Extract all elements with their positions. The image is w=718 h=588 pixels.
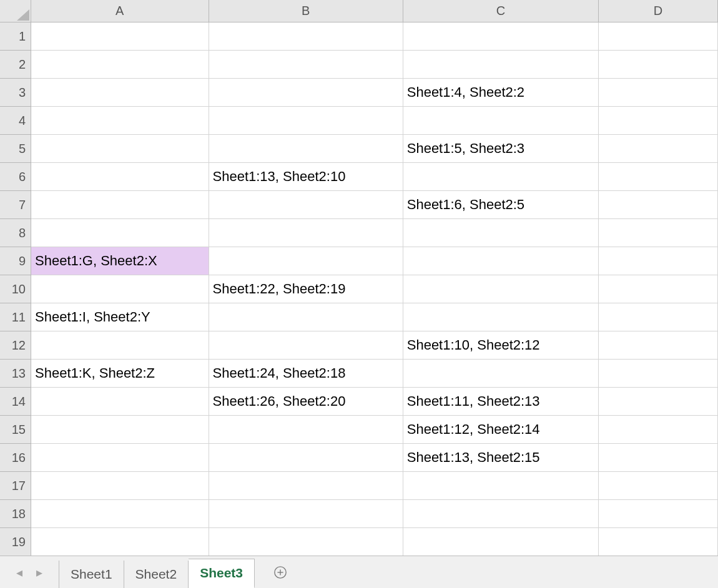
row-header-19[interactable]: 19 [0, 528, 31, 556]
cell-D9[interactable] [599, 247, 718, 275]
cell-D16[interactable] [599, 444, 718, 472]
cell-A16[interactable] [31, 444, 209, 472]
cell-B6[interactable]: Sheet1:13, Sheet2:10 [209, 163, 403, 191]
cell-A13[interactable]: Sheet1:K, Sheet2:Z [31, 360, 209, 388]
sheet-tab-sheet1[interactable]: Sheet1 [59, 561, 124, 588]
cell-C17[interactable] [403, 472, 599, 500]
select-all-corner[interactable] [0, 0, 31, 22]
sheet-tab-sheet2[interactable]: Sheet2 [124, 561, 189, 588]
cell-B2[interactable] [209, 51, 403, 79]
cell-A17[interactable] [31, 472, 209, 500]
cell-C18[interactable] [403, 500, 599, 528]
row-header-18[interactable]: 18 [0, 500, 31, 528]
cell-D19[interactable] [599, 528, 718, 556]
cell-D12[interactable] [599, 331, 718, 360]
row-header-4[interactable]: 4 [0, 107, 31, 135]
cell-C2[interactable] [403, 51, 599, 79]
cell-D4[interactable] [599, 107, 718, 135]
cell-C7[interactable]: Sheet1:6, Sheet2:5 [403, 191, 599, 219]
cell-A3[interactable] [31, 79, 209, 107]
cell-A2[interactable] [31, 51, 209, 79]
cell-A8[interactable] [31, 219, 209, 247]
cell-D2[interactable] [599, 51, 718, 79]
row-header-3[interactable]: 3 [0, 79, 31, 107]
cell-B13[interactable]: Sheet1:24, Sheet2:18 [209, 360, 403, 388]
cell-D10[interactable] [599, 275, 718, 303]
next-sheet-arrow-icon[interactable]: ▸ [36, 565, 42, 580]
cell-C16[interactable]: Sheet1:13, Sheet2:15 [403, 444, 599, 472]
row-header-1[interactable]: 1 [0, 22, 31, 51]
row-header-8[interactable]: 8 [0, 219, 31, 247]
cell-A12[interactable] [31, 331, 209, 360]
cell-B14[interactable]: Sheet1:26, Sheet2:20 [209, 388, 403, 416]
cell-B8[interactable] [209, 219, 403, 247]
cell-C6[interactable] [403, 163, 599, 191]
column-header-D[interactable]: D [599, 0, 718, 22]
cell-C1[interactable] [403, 22, 599, 51]
cell-D18[interactable] [599, 500, 718, 528]
cell-B17[interactable] [209, 472, 403, 500]
row-header-17[interactable]: 17 [0, 472, 31, 500]
add-sheet-button[interactable] [255, 556, 306, 588]
cell-B19[interactable] [209, 528, 403, 556]
cell-B7[interactable] [209, 191, 403, 219]
row-header-10[interactable]: 10 [0, 275, 31, 303]
cell-A10[interactable] [31, 275, 209, 303]
cell-C19[interactable] [403, 528, 599, 556]
row-header-13[interactable]: 13 [0, 360, 31, 388]
cell-D7[interactable] [599, 191, 718, 219]
row-header-14[interactable]: 14 [0, 388, 31, 416]
cell-A5[interactable] [31, 135, 209, 163]
row-header-9[interactable]: 9 [0, 247, 31, 275]
cell-D14[interactable] [599, 388, 718, 416]
row-header-2[interactable]: 2 [0, 51, 31, 79]
cell-B5[interactable] [209, 135, 403, 163]
row-header-15[interactable]: 15 [0, 416, 31, 444]
cell-B4[interactable] [209, 107, 403, 135]
row-header-7[interactable]: 7 [0, 191, 31, 219]
cell-A6[interactable] [31, 163, 209, 191]
cell-C4[interactable] [403, 107, 599, 135]
cell-C10[interactable] [403, 275, 599, 303]
cell-A4[interactable] [31, 107, 209, 135]
cell-B16[interactable] [209, 444, 403, 472]
cell-A7[interactable] [31, 191, 209, 219]
cell-C3[interactable]: Sheet1:4, Sheet2:2 [403, 79, 599, 107]
cell-B9[interactable] [209, 247, 403, 275]
cell-D5[interactable] [599, 135, 718, 163]
cell-A14[interactable] [31, 388, 209, 416]
column-header-A[interactable]: A [31, 0, 209, 22]
cell-D15[interactable] [599, 416, 718, 444]
cell-B10[interactable]: Sheet1:22, Sheet2:19 [209, 275, 403, 303]
cell-D13[interactable] [599, 360, 718, 388]
cell-C13[interactable] [403, 360, 599, 388]
cell-D1[interactable] [599, 22, 718, 51]
sheet-tab-sheet3[interactable]: Sheet3 [189, 559, 255, 588]
cell-C8[interactable] [403, 219, 599, 247]
cell-D11[interactable] [599, 303, 718, 331]
cell-C14[interactable]: Sheet1:11, Sheet2:13 [403, 388, 599, 416]
cell-D3[interactable] [599, 79, 718, 107]
cell-A18[interactable] [31, 500, 209, 528]
cell-A1[interactable] [31, 22, 209, 51]
cell-A15[interactable] [31, 416, 209, 444]
column-header-B[interactable]: B [209, 0, 403, 22]
cell-A9[interactable]: Sheet1:G, Sheet2:X [31, 247, 209, 275]
cell-A19[interactable] [31, 528, 209, 556]
cell-B15[interactable] [209, 416, 403, 444]
cell-B12[interactable] [209, 331, 403, 360]
cell-D17[interactable] [599, 472, 718, 500]
prev-sheet-arrow-icon[interactable]: ◂ [16, 565, 22, 580]
cell-C15[interactable]: Sheet1:12, Sheet2:14 [403, 416, 599, 444]
cell-B3[interactable] [209, 79, 403, 107]
cell-D8[interactable] [599, 219, 718, 247]
row-header-12[interactable]: 12 [0, 331, 31, 360]
cell-B1[interactable] [209, 22, 403, 51]
cell-C9[interactable] [403, 247, 599, 275]
cell-C11[interactable] [403, 303, 599, 331]
column-header-C[interactable]: C [403, 0, 599, 22]
row-header-6[interactable]: 6 [0, 163, 31, 191]
cell-D6[interactable] [599, 163, 718, 191]
cell-B18[interactable] [209, 500, 403, 528]
row-header-11[interactable]: 11 [0, 303, 31, 331]
